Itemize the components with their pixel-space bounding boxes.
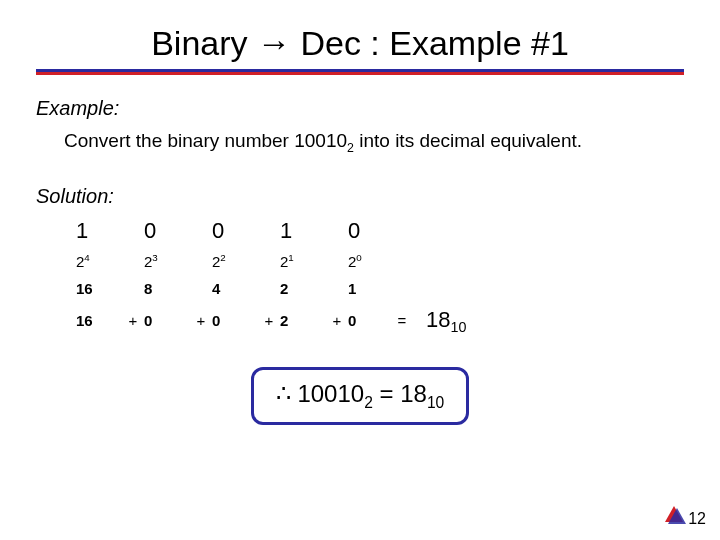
page-number: 12 [688, 510, 706, 528]
product: 0 [144, 307, 190, 335]
bit: 1 [280, 218, 326, 252]
example-label: Example: [36, 97, 684, 120]
conclusion-dec: 18 [400, 380, 427, 407]
conclusion-binary-sub: 2 [364, 394, 373, 411]
place-value: 8 [144, 280, 190, 307]
bits-row: 1 0 0 1 0 [76, 218, 466, 252]
power: 21 [280, 252, 326, 280]
plus-icon: + [190, 307, 212, 335]
bit: 1 [76, 218, 122, 252]
sum-row: 16 + 0 + 0 + 2 + 0 = 1810 [76, 307, 466, 335]
logo-icon [662, 504, 686, 526]
product: 16 [76, 307, 122, 335]
bit: 0 [212, 218, 258, 252]
conclusion-binary: 10010 [297, 380, 364, 407]
solution-label: Solution: [36, 185, 684, 208]
power: 24 [76, 252, 122, 280]
conversion-table: 1 0 0 1 0 24 23 22 21 20 16 8 4 2 1 16 +… [76, 218, 466, 335]
power: 22 [212, 252, 258, 280]
decimal-result: 1810 [416, 307, 466, 335]
place-value: 2 [280, 280, 326, 307]
product: 2 [280, 307, 326, 335]
conclusion-dec-sub: 10 [427, 394, 444, 411]
plus-icon: + [258, 307, 280, 335]
place-value: 1 [348, 280, 394, 307]
example-text-sub: 2 [347, 141, 354, 155]
example-text-b: into its decimal equivalent. [354, 130, 582, 151]
conclusion-box: ∴ 100102 = 1810 [251, 367, 470, 425]
example-text-a: Convert the binary number 10010 [64, 130, 347, 151]
product: 0 [348, 307, 394, 335]
example-text: Convert the binary number 100102 into it… [36, 130, 684, 155]
therefore-icon: ∴ [276, 380, 291, 407]
equals-sign: = [394, 307, 416, 335]
power: 20 [348, 252, 394, 280]
plus-icon: + [326, 307, 348, 335]
power: 23 [144, 252, 190, 280]
place-values-row: 16 8 4 2 1 [76, 280, 466, 307]
plus-icon: + [122, 307, 144, 335]
place-value: 4 [212, 280, 258, 307]
slide-title: Binary → Dec : Example #1 [36, 24, 684, 69]
powers-row: 24 23 22 21 20 [76, 252, 466, 280]
bit: 0 [348, 218, 394, 252]
product: 0 [212, 307, 258, 335]
conclusion-eq: = [373, 380, 400, 407]
title-underline [36, 69, 684, 75]
place-value: 16 [76, 280, 122, 307]
bit: 0 [144, 218, 190, 252]
